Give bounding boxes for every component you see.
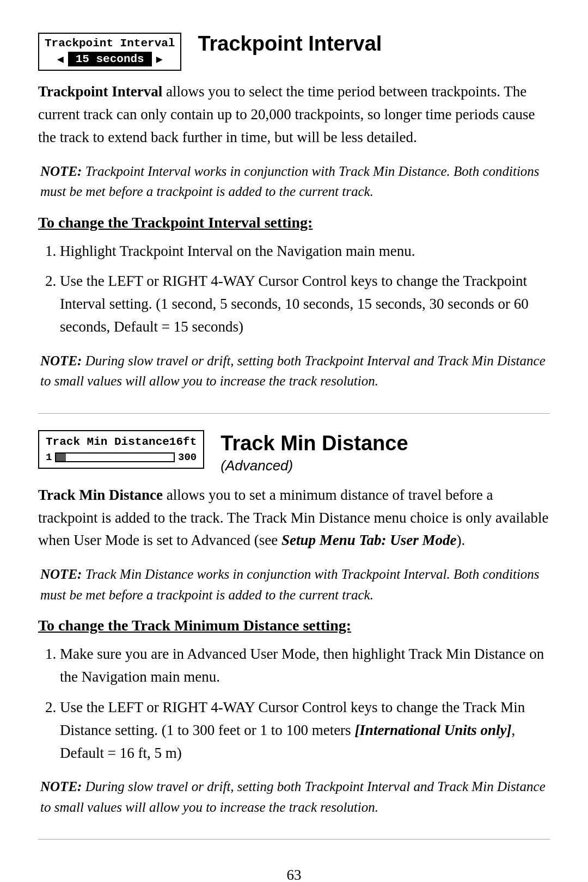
trackpoint-note1: NOTE: Trackpoint Interval works in conju… [40,161,550,202]
slider-track[interactable] [55,452,175,462]
widget-value-row: ◀ 15 seconds ▶ [45,52,175,66]
trackmin-note1-text: Track Min Distance works in conjunction … [40,567,540,602]
trackmin-note1-label: NOTE: [40,567,82,581]
trackmin-note1: NOTE: Track Min Distance works in conjun… [40,564,550,605]
trackmin-note2-label: NOTE: [40,779,82,794]
trackmin-step2: Use the LEFT or RIGHT 4-WAY Cursor Contr… [60,696,550,765]
slider-max-label: 300 [178,451,197,463]
slider-track-row: 1 300 [46,451,197,463]
section-header-trackmin: Track Min Distance 16ft 1 300 Track Min … [38,430,550,474]
trackpoint-steps: Highlight Trackpoint Interval on the Nav… [60,240,550,339]
note1-text: Trackpoint Interval works in conjunction… [40,164,540,199]
trackpoint-sub-heading: To change the Trackpoint Interval settin… [38,214,550,231]
trackpoint-step1: Highlight Trackpoint Interval on the Nav… [60,240,550,263]
section-subtitle-trackmin: (Advanced) [220,457,550,474]
page-number: 63 [38,867,550,882]
left-arrow-icon[interactable]: ◀ [57,52,64,66]
section-divider [38,413,550,414]
trackmin-step1: Make sure you are in Advanced User Mode,… [60,643,550,689]
track-min-distance-section: Track Min Distance 16ft 1 300 Track Min … [38,430,550,818]
section-header-trackpoint: Trackpoint Interval ◀ 15 seconds ▶ Track… [38,33,550,71]
trackpoint-step2: Use the LEFT or RIGHT 4-WAY Cursor Contr… [60,270,550,339]
trackmin-body1-end: ). [456,532,465,548]
widget-value: 15 seconds [68,52,152,66]
trackmin-steps: Make sure you are in Advanced User Mode,… [60,643,550,764]
note2-text: During slow travel or drift, setting bot… [40,353,546,389]
note1-label: NOTE: [40,164,82,179]
trackmin-body1: Track Min Distance allows you to set a m… [38,484,550,553]
step2-bold: [International Units only] [354,722,511,738]
trackpoint-bold-intro: Trackpoint Interval [38,83,162,100]
trackpoint-body1: Trackpoint Interval allows you to select… [38,81,550,149]
section-title-trackmin: Track Min Distance [220,432,550,455]
slider-min-label: 1 [46,451,52,463]
track-min-distance-widget[interactable]: Track Min Distance 16ft 1 300 [38,430,204,469]
note2-label: NOTE: [40,353,82,368]
trackmin-bold-intro: Track Min Distance [38,487,163,503]
slider-fill [56,454,65,461]
bottom-divider [38,839,550,840]
slider-widget-title: Track Min Distance [46,436,169,448]
slider-title-row: Track Min Distance 16ft [46,436,197,448]
trackmin-bold2: Setup Menu Tab: User Mode [281,532,457,548]
trackmin-title-block: Track Min Distance (Advanced) [220,430,550,474]
trackpoint-note2: NOTE: During slow travel or drift, setti… [40,351,550,391]
widget-title: Trackpoint Interval [45,37,175,50]
trackmin-note2: NOTE: During slow travel or drift, setti… [40,776,550,817]
slider-widget-value: 16ft [169,436,197,448]
trackpoint-interval-section: Trackpoint Interval ◀ 15 seconds ▶ Track… [38,33,550,391]
section-title-trackpoint: Trackpoint Interval [198,33,550,56]
trackmin-note2-text: During slow travel or drift, setting bot… [40,779,546,814]
trackmin-sub-heading: To change the Track Minimum Distance set… [38,617,550,634]
right-arrow-icon[interactable]: ▶ [156,52,163,66]
trackpoint-interval-widget[interactable]: Trackpoint Interval ◀ 15 seconds ▶ [38,33,181,71]
